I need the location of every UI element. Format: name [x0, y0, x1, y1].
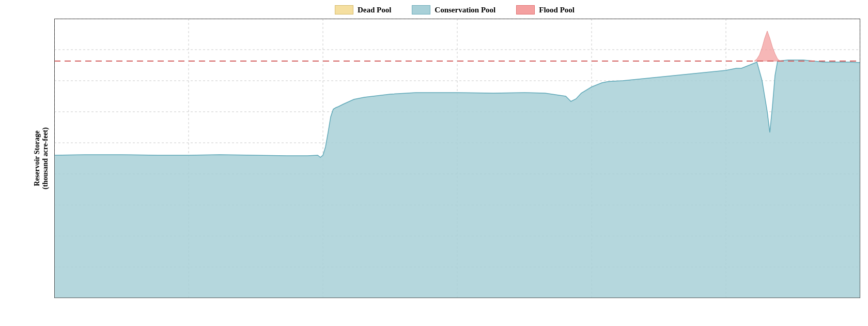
- flood-pool-label: Flood Pool: [539, 6, 575, 14]
- legend-item-conservation-pool: Conservation Pool: [412, 5, 495, 14]
- chart-svg: 45 40 35 30 25 20 15 10 5 0 Jan 2024 Mar…: [54, 19, 860, 298]
- conservation-pool-swatch: [412, 5, 430, 14]
- legend-item-dead-pool: Dead Pool: [335, 5, 391, 14]
- legend-item-flood-pool: Flood Pool: [516, 5, 575, 14]
- chart-area: Reservoir Storage(thousand acre-feet): [54, 19, 860, 298]
- chart-legend: Dead Pool Conservation Pool Flood Pool: [335, 5, 575, 14]
- chart-inner: 45 40 35 30 25 20 15 10 5 0 Jan 2024 Mar…: [54, 19, 860, 298]
- flood-pool-swatch: [516, 5, 535, 14]
- dead-pool-label: Dead Pool: [358, 6, 391, 14]
- conservation-pool-label: Conservation Pool: [435, 6, 495, 14]
- chart-container: Dead Pool Conservation Pool Flood Pool R…: [0, 0, 868, 326]
- dead-pool-swatch: [335, 5, 353, 14]
- y-axis-label: Reservoir Storage(thousand acre-feet): [33, 127, 50, 189]
